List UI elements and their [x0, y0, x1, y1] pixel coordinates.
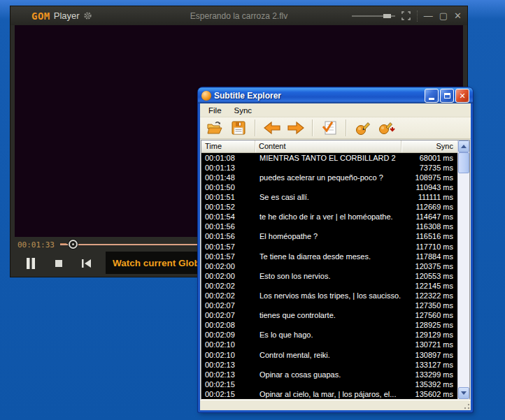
row-time: 00:02:02	[201, 291, 255, 300]
sync-shift-button[interactable]	[376, 118, 397, 138]
row-sync: 68001 ms	[401, 154, 457, 162]
maximize-button[interactable]	[440, 89, 454, 103]
row-sync: 128925 ms	[401, 321, 457, 329]
pause-icon	[25, 257, 36, 270]
row-sync: 110943 ms	[401, 183, 457, 191]
row-content: MIENTRAS TANTO EL CORBILLARD 2	[255, 154, 401, 162]
titlebar-separator	[417, 10, 418, 22]
apply-check-icon	[321, 120, 338, 136]
row-time: 00:01:48	[201, 173, 255, 182]
row-sync: 122322 ms	[401, 291, 457, 300]
row-time: 00:01:52	[201, 203, 255, 211]
next-subtitle-button[interactable]	[285, 118, 306, 138]
table-row[interactable]: 00:01:54te he dicho de ir a ver | el hom…	[201, 212, 457, 222]
row-time: 00:02:07	[201, 301, 255, 310]
row-time: 00:02:10	[201, 351, 255, 359]
vertical-scrollbar[interactable]	[457, 140, 469, 399]
table-row[interactable]: 00:01:48puedes acelerar un pequeño-poco …	[201, 173, 457, 182]
row-time: 00:02:08	[201, 321, 255, 329]
gom-titlebar[interactable]: GOM Player Esperando la carroza 2.flv — …	[10, 6, 467, 25]
scroll-down-button[interactable]	[458, 387, 469, 399]
pause-button[interactable]	[22, 256, 40, 271]
table-row[interactable]: 00:02:10Control mental, reiki.130897 ms	[201, 350, 457, 360]
table-row[interactable]: 00:02:13Opinar a cosas guapas.133299 ms	[201, 370, 457, 379]
table-row[interactable]: 00:02:00120375 ms	[201, 261, 457, 271]
table-row[interactable]: 00:02:09Es lo que hago.129129 ms	[201, 330, 457, 340]
subtitle-list: Time Content Sync 00:01:08MIENTRAS TANTO…	[201, 140, 470, 400]
seek-handle[interactable]	[69, 240, 78, 249]
table-row[interactable]: 00:02:02Los nervios más los tripes, | lo…	[201, 291, 457, 300]
row-content: Opinar al cielo, la mar, | los pájaros, …	[255, 390, 401, 398]
row-time: 00:01:13	[201, 164, 255, 172]
table-row[interactable]: 00:02:15135392 ms	[201, 379, 457, 389]
open-button[interactable]	[204, 118, 225, 138]
column-header-time[interactable]: Time	[201, 140, 255, 152]
apply-check-button[interactable]	[319, 118, 340, 138]
table-row[interactable]: 00:02:07127350 ms	[201, 300, 457, 310]
scroll-up-button[interactable]	[458, 140, 469, 152]
minimize-button[interactable]	[425, 89, 439, 103]
scrollbar-thumb[interactable]	[458, 152, 469, 173]
row-content: Los nervios más los tripes, | los saucis…	[255, 291, 401, 300]
row-content: Control mental, reiki.	[255, 351, 401, 359]
table-row[interactable]: 00:02:00Esto son los nervios.120553 ms	[201, 271, 457, 281]
close-button[interactable]: ✕	[455, 89, 469, 103]
table-row[interactable]: 00:02:02122145 ms	[201, 281, 457, 291]
sync-edit-icon	[355, 120, 371, 136]
table-row[interactable]: 00:02:13133127 ms	[201, 360, 457, 370]
open-icon	[206, 120, 223, 136]
toolbar-separator	[312, 120, 313, 136]
row-content: Te tiene la diarrea desde meses.	[255, 252, 401, 261]
table-row[interactable]: 00:01:08MIENTRAS TANTO EL CORBILLARD 268…	[201, 153, 457, 163]
table-row[interactable]: 00:01:1373735 ms	[201, 163, 457, 173]
close-icon: ✕	[459, 92, 465, 99]
row-time: 00:02:07	[201, 311, 255, 319]
table-row[interactable]: 00:01:56El homéopathe ?116516 ms	[201, 231, 457, 241]
table-row[interactable]: 00:01:57117710 ms	[201, 242, 457, 252]
table-row[interactable]: 00:01:50110943 ms	[201, 182, 457, 192]
save-button[interactable]	[228, 118, 249, 138]
column-header-content[interactable]: Content	[255, 140, 401, 152]
resize-grip[interactable]	[462, 401, 470, 410]
subtitle-explorer-titlebar[interactable]: Subtitle Explorer ✕	[198, 87, 473, 103]
previous-icon	[81, 259, 92, 268]
gom-close-button[interactable]: ✕	[454, 11, 462, 20]
sync-edit-button[interactable]	[353, 118, 374, 138]
row-content: Se es casi allí.	[255, 193, 401, 201]
gom-logo-text: GOM	[31, 10, 50, 22]
table-row[interactable]: 00:01:57Te tiene la diarrea desde meses.…	[201, 252, 457, 261]
table-row[interactable]: 00:02:07tienes que controlarte.127560 ms	[201, 310, 457, 320]
row-sync: 73735 ms	[401, 164, 457, 172]
arrow-down-icon	[461, 391, 467, 395]
menu-file[interactable]: File	[203, 104, 227, 117]
menu-sync[interactable]: Sync	[229, 104, 258, 117]
row-sync: 127350 ms	[401, 301, 457, 310]
row-content: Esto son los nervios.	[255, 272, 401, 280]
table-row[interactable]: 00:02:08128925 ms	[201, 320, 457, 330]
row-sync: 117884 ms	[401, 252, 457, 261]
row-time: 00:02:15	[201, 380, 255, 389]
table-row[interactable]: 00:01:56116308 ms	[201, 222, 457, 231]
table-row[interactable]: 00:01:52112669 ms	[201, 202, 457, 212]
stop-button[interactable]	[50, 256, 68, 271]
prev-subtitle-button[interactable]	[262, 118, 283, 138]
row-time: 00:01:56	[201, 232, 255, 240]
column-header-sync[interactable]: Sync	[401, 140, 457, 152]
gom-minimize-button[interactable]: —	[424, 11, 433, 20]
gear-icon[interactable]	[83, 11, 92, 20]
previous-button[interactable]	[78, 256, 96, 271]
volume-handle[interactable]	[383, 14, 391, 18]
scrollbar-track[interactable]	[458, 173, 469, 387]
row-sync: 133127 ms	[401, 361, 457, 369]
row-time: 00:01:57	[201, 242, 255, 251]
gom-maximize-button[interactable]: ▢	[439, 11, 448, 20]
volume-slider[interactable]	[352, 11, 395, 21]
row-sync: 130897 ms	[401, 351, 457, 359]
table-row[interactable]: 00:02:10130721 ms	[201, 340, 457, 349]
table-row[interactable]: 00:02:15Opinar al cielo, la mar, | los p…	[201, 389, 457, 399]
row-time: 00:01:56	[201, 222, 255, 231]
row-sync: 120375 ms	[401, 262, 457, 270]
fullscreen-icon[interactable]	[401, 11, 411, 20]
row-time: 00:01:57	[201, 252, 255, 261]
table-row[interactable]: 00:01:51Se es casi allí.111111 ms	[201, 192, 457, 202]
